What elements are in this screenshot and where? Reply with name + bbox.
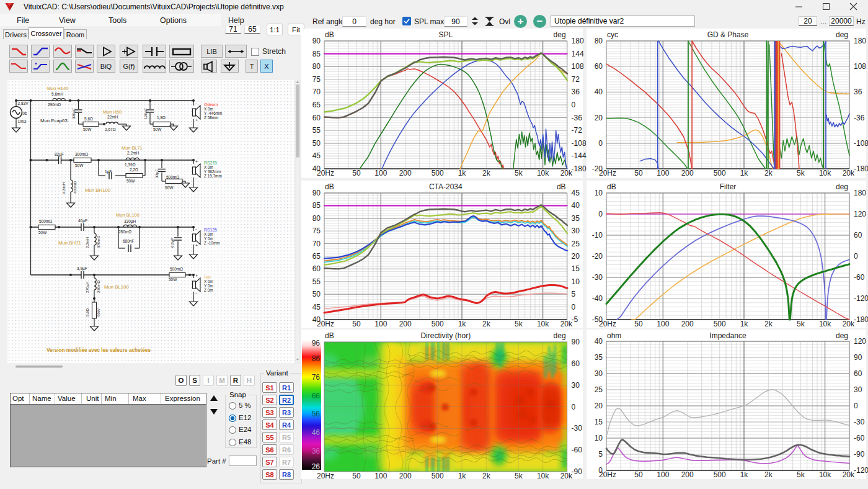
svg-text:0: 0 [572,303,576,312]
svg-text:40: 40 [595,87,603,96]
svg-text:200: 200 [681,320,694,328]
svg-text:5k: 5k [797,169,805,177]
svg-text:15: 15 [572,264,580,273]
svg-text:30: 30 [572,227,580,235]
svg-text:65: 65 [312,101,321,109]
svg-text:10k: 10k [537,320,549,328]
svg-text:20k: 20k [560,320,573,328]
svg-text:-36: -36 [572,114,583,122]
svg-text:-120: -120 [854,466,868,475]
svg-text:500: 500 [714,470,726,479]
svg-text:35: 35 [572,214,580,223]
svg-text:180: 180 [854,37,866,45]
svg-text:80: 80 [312,62,321,71]
svg-text:-40: -40 [592,294,603,303]
svg-text:dB: dB [325,182,334,191]
svg-text:50: 50 [352,169,361,177]
svg-text:50: 50 [352,472,361,480]
svg-text:50: 50 [634,320,643,328]
svg-text:2k: 2k [482,472,491,480]
svg-text:20Hz: 20Hz [599,470,616,479]
svg-text:36: 36 [854,87,862,96]
svg-text:200: 200 [681,169,694,177]
svg-text:Filter: Filter [720,182,737,191]
svg-text:1k: 1k [458,320,467,328]
svg-text:30: 30 [572,381,580,390]
svg-text:0: 0 [854,402,858,410]
svg-text:-30: -30 [572,424,583,433]
svg-text:50: 50 [634,169,643,177]
svg-text:deg: deg [836,182,848,191]
svg-text:56: 56 [312,410,321,418]
svg-text:0: 0 [598,139,603,148]
svg-text:75: 75 [312,75,321,84]
svg-text:66: 66 [312,392,321,400]
svg-text:65: 65 [312,252,321,261]
svg-text:deg: deg [554,30,566,39]
svg-text:35: 35 [595,353,603,362]
svg-text:10: 10 [595,434,603,442]
svg-text:180: 180 [854,189,866,197]
svg-text:2k: 2k [482,320,491,328]
svg-text:75: 75 [312,227,321,235]
svg-text:5: 5 [572,290,576,298]
svg-text:50: 50 [312,290,321,298]
svg-text:5k: 5k [515,472,523,480]
svg-text:40: 40 [595,337,603,346]
svg-text:50: 50 [352,320,361,328]
svg-text:-180: -180 [572,164,587,173]
svg-text:26: 26 [312,462,321,471]
svg-text:-108: -108 [854,139,868,148]
svg-text:CTA-2034: CTA-2034 [429,182,463,191]
svg-text:2k: 2k [482,169,491,177]
svg-text:180: 180 [572,37,584,45]
svg-text:60: 60 [854,231,862,240]
svg-text:10: 10 [595,189,603,197]
svg-text:1k: 1k [458,169,467,177]
svg-text:60: 60 [312,114,321,122]
svg-text:dB: dB [557,182,566,191]
svg-text:108: 108 [854,62,866,71]
svg-text:15: 15 [595,418,603,426]
svg-text:20k: 20k [843,320,855,328]
svg-text:90: 90 [312,189,321,197]
svg-text:0: 0 [598,210,603,218]
svg-text:0: 0 [572,101,576,109]
svg-text:1k: 1k [740,169,749,177]
svg-text:-72: -72 [572,126,583,135]
svg-text:25: 25 [572,240,580,248]
svg-text:10k: 10k [819,320,831,328]
svg-text:5: 5 [598,450,603,459]
svg-text:-180: -180 [854,315,868,324]
svg-text:dB: dB [325,30,334,39]
svg-text:2k: 2k [764,470,773,479]
svg-text:120: 120 [854,210,866,218]
svg-text:36: 36 [572,87,580,96]
svg-text:dB: dB [607,182,616,191]
svg-text:45: 45 [312,303,321,312]
svg-text:500: 500 [432,472,444,480]
svg-text:-30: -30 [592,273,603,282]
svg-text:72: 72 [572,75,580,84]
svg-text:10k: 10k [819,470,831,479]
svg-text:46: 46 [312,428,321,437]
svg-text:20: 20 [595,114,603,122]
svg-text:200: 200 [399,472,412,480]
svg-text:SPL: SPL [438,30,453,39]
svg-text:55: 55 [312,126,321,135]
svg-text:70: 70 [312,240,321,248]
svg-text:20Hz: 20Hz [317,169,334,177]
svg-text:-90: -90 [854,450,865,459]
svg-text:2k: 2k [764,169,773,177]
svg-text:GD & Phase: GD & Phase [707,30,749,39]
svg-text:500: 500 [432,320,444,328]
svg-text:deg: deg [836,331,848,340]
svg-text:10k: 10k [537,472,549,480]
svg-text:500: 500 [714,169,726,177]
svg-text:50: 50 [312,139,321,148]
svg-text:36: 36 [312,447,321,455]
svg-text:20k: 20k [560,169,573,177]
svg-text:100: 100 [657,169,669,177]
svg-text:5k: 5k [515,320,523,328]
svg-text:deg: deg [554,331,566,340]
